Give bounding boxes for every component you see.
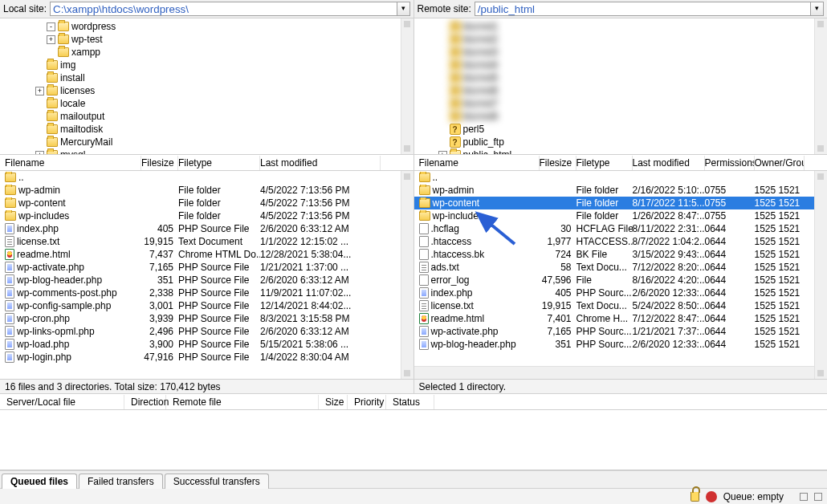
col-size[interactable]: Size <box>319 395 348 409</box>
file-row[interactable]: wp-cron.php3,939PHP Source File8/3/2021 … <box>0 312 414 325</box>
file-row[interactable]: wp-links-opml.php2,496PHP Source File2/6… <box>0 325 414 338</box>
remote-path-dropdown[interactable]: ▾ <box>811 2 824 16</box>
col-filename[interactable]: Filename <box>5 156 141 170</box>
scrollbar[interactable] <box>814 171 827 379</box>
remote-tree[interactable]: ?blurred1?blurred2?blurred3?blurred4?blu… <box>414 18 828 154</box>
file-row[interactable]: wp-login.php47,916PHP Source File1/4/202… <box>0 351 414 364</box>
file-type: HTACCESS... <box>576 236 633 247</box>
expander-icon[interactable]: + <box>438 151 447 155</box>
tree-item[interactable]: +wp-test <box>2 33 412 46</box>
file-name: license.txt <box>17 236 59 247</box>
file-row[interactable]: wp-adminFile folder2/16/2022 5:10:...075… <box>414 184 828 197</box>
file-row[interactable]: readme.html7,437Chrome HTML Do...12/28/2… <box>0 248 414 261</box>
col-status[interactable]: Status <box>386 395 434 409</box>
col-permissions[interactable]: Permissions <box>705 156 755 170</box>
tree-item[interactable]: MercuryMail <box>2 136 412 148</box>
tree-item[interactable]: ?blurred8 <box>416 110 826 123</box>
remote-columns: Filename Filesize Filetype Last modified… <box>414 155 828 171</box>
folder-icon <box>47 112 58 121</box>
file-row[interactable]: .. <box>0 171 414 184</box>
remote-pane: Remote site: ▾ ?blurred1?blurred2?blurre… <box>414 0 828 154</box>
scrollbar[interactable] <box>401 18 414 154</box>
file-row[interactable]: wp-config-sample.php3,001PHP Source File… <box>0 299 414 312</box>
col-filetype[interactable]: Filetype <box>576 156 633 170</box>
file-row[interactable]: .. <box>414 171 828 184</box>
expander-icon[interactable]: + <box>35 151 44 155</box>
file-row[interactable]: wp-activate.php7,165PHP Sourc...1/21/202… <box>414 325 828 338</box>
tree-item[interactable]: ?public_ftp <box>416 136 826 148</box>
unknown-folder-icon: ? <box>450 124 461 135</box>
col-filename[interactable]: Filename <box>419 156 540 170</box>
file-row[interactable]: .htaccess1,977HTACCESS...8/7/2022 1:04:2… <box>414 235 828 248</box>
file-row[interactable]: wp-activate.php7,165PHP Source File1/21/… <box>0 261 414 274</box>
col-owner[interactable]: Owner/Group <box>755 156 805 170</box>
tree-item[interactable]: +mysql <box>2 148 412 154</box>
remote-file-list[interactable]: ..wp-adminFile folder2/16/2022 5:10:...0… <box>414 171 828 379</box>
tree-item[interactable]: mailoutput <box>2 110 412 123</box>
tab-failed-transfers[interactable]: Failed transfers <box>79 474 163 489</box>
file-row[interactable]: index.php405PHP Source File2/6/2020 6:33… <box>0 222 414 235</box>
tab-queued-files[interactable]: Queued files <box>2 474 77 489</box>
file-row[interactable]: error_log47,596File8/16/2022 4:20:...064… <box>414 274 828 287</box>
expander-icon[interactable]: + <box>47 35 55 44</box>
col-modified[interactable]: Last modified <box>260 156 381 170</box>
tree-item[interactable]: -wordpress <box>2 20 412 33</box>
tree-item[interactable]: ?blurred1 <box>416 20 826 33</box>
file-row[interactable]: license.txt19,915Text Document1/1/2022 1… <box>0 235 414 248</box>
col-filesize[interactable]: Filesize <box>540 156 576 170</box>
tree-item[interactable]: ?blurred6 <box>416 84 826 97</box>
local-path-input[interactable] <box>50 2 397 16</box>
col-priority[interactable]: Priority <box>348 395 386 409</box>
tree-item[interactable]: ?blurred5 <box>416 71 826 84</box>
queue-body[interactable] <box>0 410 827 469</box>
tree-item[interactable]: ?blurred4 <box>416 59 826 71</box>
local-file-list[interactable]: ..wp-adminFile folder4/5/2022 7:13:56 PM… <box>0 171 414 379</box>
tree-item[interactable]: install <box>2 71 412 84</box>
scrollbar-horizontal[interactable] <box>414 366 815 379</box>
tree-item[interactable]: img <box>2 59 412 71</box>
tree-item[interactable]: ?blurred7 <box>416 97 826 110</box>
file-row[interactable]: wp-adminFile folder4/5/2022 7:13:56 PM <box>0 184 414 197</box>
file-row[interactable]: ads.txt58Text Docu...7/12/2022 8:20:...0… <box>414 261 828 274</box>
tree-item[interactable]: +licenses <box>2 84 412 97</box>
file-row[interactable]: .htaccess.bk724BK File3/15/2022 9:43:...… <box>414 248 828 261</box>
file-row[interactable]: wp-load.php3,900PHP Source File5/15/2021… <box>0 338 414 351</box>
scrollbar[interactable] <box>814 18 827 154</box>
local-tree[interactable]: -wordpress+wp-testxamppimginstall+licens… <box>0 18 414 154</box>
file-row[interactable]: license.txt19,915Text Docu...5/24/2022 8… <box>414 299 828 312</box>
scrollbar[interactable] <box>401 171 414 379</box>
file-size: 30 <box>540 223 576 234</box>
file-row[interactable]: .hcflag30HCFLAG File8/11/2022 2:31:...06… <box>414 222 828 235</box>
expander-icon[interactable]: - <box>47 22 55 31</box>
file-row[interactable]: wp-includesFile folder4/5/2022 7:13:56 P… <box>0 209 414 222</box>
file-row[interactable]: wp-blog-header.php351PHP Source File2/6/… <box>0 274 414 287</box>
col-filesize[interactable]: Filesize <box>141 156 178 170</box>
col-direction[interactable]: Direction <box>124 395 166 409</box>
tree-item[interactable]: ?perl5 <box>416 123 826 136</box>
local-path-dropdown[interactable]: ▾ <box>397 2 410 16</box>
tree-item[interactable]: +public_html <box>416 148 826 154</box>
file-row[interactable]: wp-contentFile folder8/17/2022 11:5...07… <box>414 197 828 209</box>
file-row[interactable]: index.php405PHP Sourc...2/6/2020 12:33:.… <box>414 287 828 299</box>
col-server-local[interactable]: Server/Local file <box>0 395 124 409</box>
tree-item[interactable]: mailtodisk <box>2 123 412 136</box>
file-size: 3,001 <box>141 300 178 311</box>
col-modified[interactable]: Last modified <box>633 156 705 170</box>
expander-icon[interactable]: + <box>35 87 44 96</box>
file-row[interactable]: wp-includesFile folder1/26/2022 8:47:...… <box>414 209 828 222</box>
remote-path-input[interactable] <box>475 2 811 16</box>
col-remote-file[interactable]: Remote file <box>166 395 319 409</box>
tree-item-label: xampp <box>71 47 100 58</box>
tree-item[interactable]: xampp <box>2 46 412 59</box>
tree-item-label: wordpress <box>71 21 116 32</box>
file-row[interactable]: wp-comments-post.php2,338PHP Source File… <box>0 287 414 299</box>
file-row[interactable]: readme.html7,401Chrome H...7/12/2022 8:4… <box>414 312 828 325</box>
file-row[interactable]: wp-contentFile folder4/5/2022 7:13:56 PM <box>0 197 414 209</box>
file-type: Chrome H... <box>576 313 633 324</box>
file-row[interactable]: wp-blog-header.php351PHP Sourc...2/6/202… <box>414 338 828 351</box>
tree-item[interactable]: ?blurred3 <box>416 46 826 59</box>
tab-successful-transfers[interactable]: Successful transfers <box>165 474 269 489</box>
col-filetype[interactable]: Filetype <box>178 156 260 170</box>
tree-item[interactable]: ?blurred2 <box>416 33 826 46</box>
tree-item[interactable]: locale <box>2 97 412 110</box>
